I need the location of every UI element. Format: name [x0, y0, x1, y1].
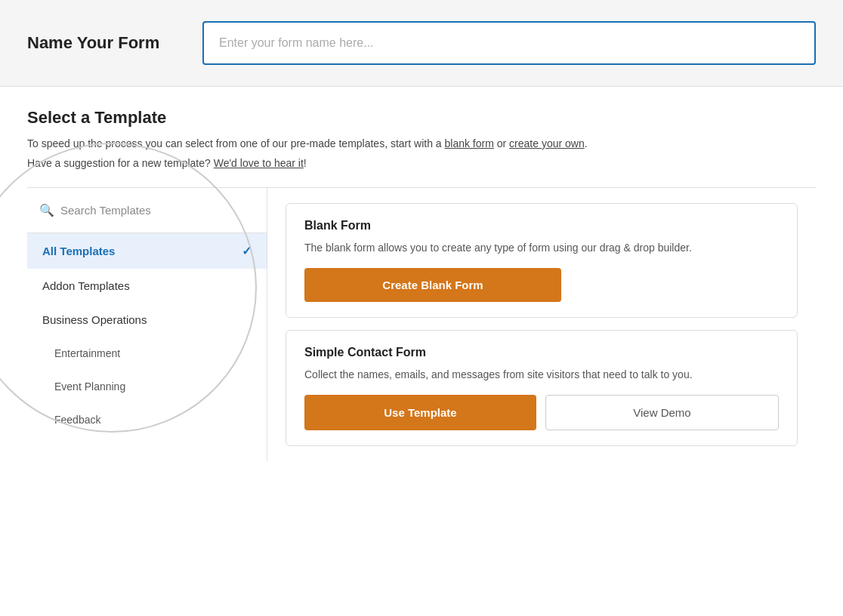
sidebar-item-label: Event Planning: [54, 380, 125, 393]
sidebar-item-label: Business Operations: [42, 313, 147, 326]
sidebar: 🔍 All Templates ✓ Addon Templates Busine…: [27, 188, 267, 461]
simple-contact-form-card-title: Simple Contact Form: [304, 346, 779, 359]
use-template-button[interactable]: Use Template: [304, 395, 536, 430]
sidebar-item-label: All Templates: [42, 245, 115, 257]
view-demo-button[interactable]: View Demo: [545, 395, 779, 430]
select-template-title: Select a Template: [27, 108, 816, 128]
main-content: Select a Template To speed up the proces…: [0, 87, 843, 461]
header-section: Name Your Form: [0, 0, 843, 87]
desc-exclaim: !: [304, 157, 307, 169]
search-container: 🔍: [27, 188, 267, 233]
form-name-label: Name Your Form: [27, 33, 178, 53]
desc-text-1: To speed up the process you can select f…: [27, 137, 442, 149]
blank-form-card-desc: The blank form allows you to create any …: [304, 240, 779, 256]
blank-form-card-actions: Create Blank Form: [304, 268, 779, 302]
desc-text-3: Have a suggestion for a new template?: [27, 157, 211, 169]
suggestion-link[interactable]: We'd love to hear it: [214, 157, 304, 169]
sidebar-item-addon-templates[interactable]: Addon Templates: [27, 269, 267, 303]
search-input[interactable]: [60, 204, 255, 217]
sidebar-item-label: Addon Templates: [42, 279, 130, 292]
template-body: 🔍 All Templates ✓ Addon Templates Busine…: [27, 187, 816, 461]
blank-form-link[interactable]: blank form: [445, 137, 494, 149]
desc-period: .: [585, 137, 588, 149]
select-template-desc-2: Have a suggestion for a new template? We…: [27, 155, 816, 171]
sidebar-item-entertainment[interactable]: Entertainment: [27, 337, 267, 370]
sidebar-item-label: Entertainment: [54, 347, 120, 359]
blank-form-card: Blank Form The blank form allows you to …: [286, 203, 798, 318]
sidebar-item-business-operations[interactable]: Business Operations: [27, 303, 267, 337]
create-your-own-link[interactable]: create your own: [509, 137, 585, 149]
form-name-input[interactable]: [202, 21, 816, 65]
cards-area: Blank Form The blank form allows you to …: [267, 188, 816, 461]
simple-contact-form-card-actions: Use Template View Demo: [304, 395, 779, 430]
check-icon: ✓: [242, 244, 252, 258]
sidebar-item-event-planning[interactable]: Event Planning: [27, 370, 267, 403]
create-blank-form-button[interactable]: Create Blank Form: [304, 268, 561, 302]
select-template-desc-1: To speed up the process you can select f…: [27, 135, 816, 152]
simple-contact-form-card: Simple Contact Form Collect the names, e…: [286, 330, 798, 446]
sidebar-item-feedback[interactable]: Feedback: [27, 403, 267, 436]
search-icon: 🔍: [39, 203, 54, 217]
simple-contact-form-card-desc: Collect the names, emails, and messages …: [304, 367, 779, 383]
desc-text-2: or: [497, 137, 506, 149]
sidebar-item-all-templates[interactable]: All Templates ✓: [27, 233, 267, 269]
sidebar-item-label: Feedback: [54, 414, 100, 426]
blank-form-card-title: Blank Form: [304, 219, 779, 233]
